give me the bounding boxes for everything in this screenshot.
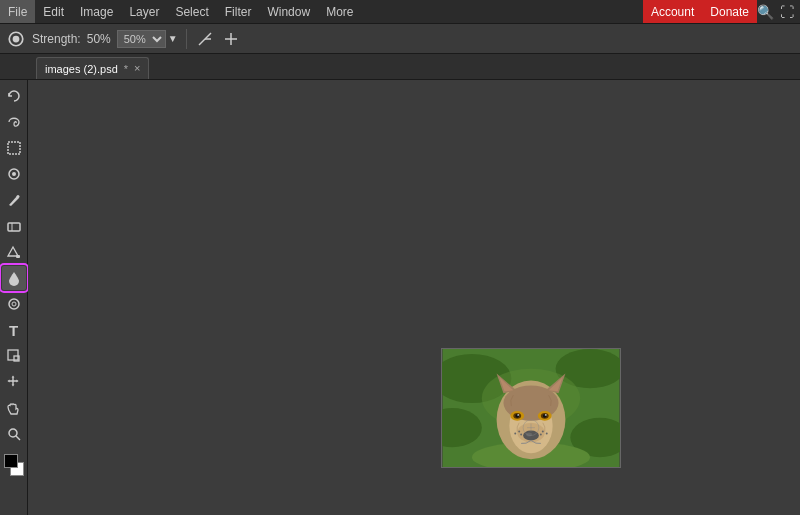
svg-point-40 <box>517 414 519 416</box>
strength-value: 50% <box>87 32 111 46</box>
menu-file[interactable]: File <box>0 0 35 23</box>
svg-point-41 <box>545 414 547 416</box>
svg-point-13 <box>9 299 19 309</box>
smudge-tool[interactable] <box>2 266 26 290</box>
svg-point-47 <box>520 434 522 436</box>
menu-donate[interactable]: Donate <box>702 0 757 23</box>
svg-rect-6 <box>8 142 20 154</box>
svg-point-1 <box>13 35 20 42</box>
text-tool[interactable]: T <box>2 318 26 342</box>
brush-tool[interactable] <box>2 188 26 212</box>
eyedropper-tool[interactable] <box>2 162 26 186</box>
strength-label: Strength: <box>32 32 81 46</box>
svg-point-46 <box>514 433 516 435</box>
hand-tool[interactable] <box>2 396 26 420</box>
selection-tool[interactable] <box>2 136 26 160</box>
svg-line-19 <box>16 436 20 440</box>
menu-window[interactable]: Window <box>259 0 318 23</box>
fill-tool[interactable] <box>2 240 26 264</box>
select-move-tool[interactable] <box>2 370 26 394</box>
zoom-icon[interactable]: 🔍 <box>757 4 774 20</box>
brush-angle-icon[interactable] <box>195 29 215 49</box>
options-toolbar: Strength: 50% 50% ▼ <box>0 24 800 54</box>
menu-select[interactable]: Select <box>167 0 216 23</box>
svg-point-49 <box>546 433 548 435</box>
fullscreen-icon[interactable]: ⛶ <box>780 4 794 20</box>
svg-rect-12 <box>16 255 20 258</box>
zoom-tool[interactable] <box>2 422 26 446</box>
svg-marker-17 <box>7 375 18 386</box>
svg-point-50 <box>540 434 542 436</box>
svg-point-18 <box>9 429 17 437</box>
svg-rect-10 <box>8 223 20 231</box>
menu-account[interactable]: Account <box>643 0 702 23</box>
svg-rect-15 <box>8 350 18 360</box>
menu-view-icons: 🔍 ⛶ <box>757 4 800 20</box>
color-swatches[interactable] <box>2 454 26 476</box>
svg-point-45 <box>518 431 520 433</box>
menu-edit[interactable]: Edit <box>35 0 72 23</box>
main-area: T <box>0 80 800 515</box>
menu-bar: File Edit Image Layer Select Filter Wind… <box>0 0 800 24</box>
foreground-color-swatch[interactable] <box>4 454 18 468</box>
menu-image[interactable]: Image <box>72 0 121 23</box>
tool-preset-icon <box>6 29 26 49</box>
eraser-tool[interactable] <box>2 214 26 238</box>
menu-filter[interactable]: Filter <box>217 0 260 23</box>
tab-close-button[interactable]: × <box>134 63 140 74</box>
svg-point-8 <box>12 172 16 176</box>
lasso-tool[interactable] <box>2 110 26 134</box>
image-canvas[interactable] <box>441 348 621 468</box>
dodge-tool[interactable] <box>2 292 26 316</box>
left-toolbar: T <box>0 80 28 515</box>
svg-point-14 <box>12 302 16 306</box>
menu-more[interactable]: More <box>318 0 361 23</box>
svg-point-48 <box>542 431 544 433</box>
tab-bar: images (2).psd * × <box>0 54 800 80</box>
strength-dropdown-arrow: ▼ <box>168 33 178 44</box>
tab-title: images (2).psd <box>45 63 118 75</box>
menu-layer[interactable]: Layer <box>121 0 167 23</box>
tab-modified: * <box>124 63 128 75</box>
toolbar-separator <box>186 29 187 49</box>
transform-tool[interactable] <box>2 344 26 368</box>
history-brush-tool[interactable] <box>2 84 26 108</box>
canvas-area <box>28 80 800 515</box>
tab-images-psd[interactable]: images (2).psd * × <box>36 57 149 79</box>
strength-select[interactable]: 50% <box>117 30 166 48</box>
svg-point-9 <box>16 195 19 198</box>
brush-size-icon[interactable] <box>221 29 241 49</box>
